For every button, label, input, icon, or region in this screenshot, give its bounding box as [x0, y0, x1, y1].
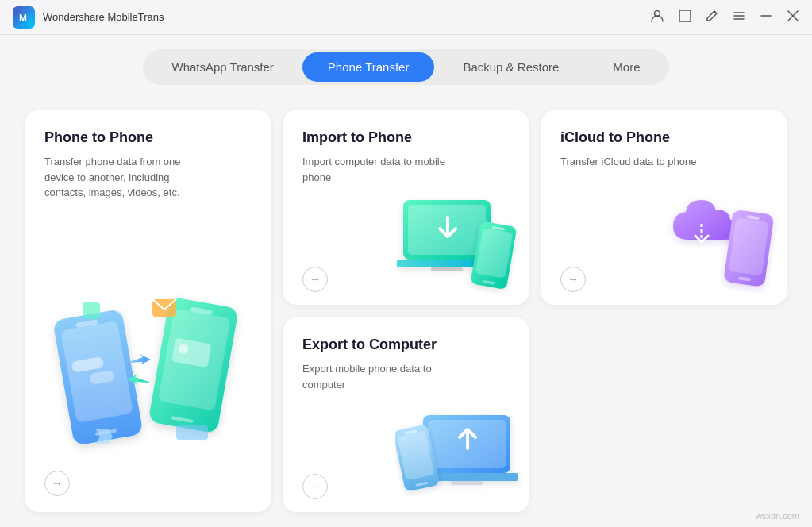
app-title: Wondershare MobileTrans	[43, 11, 164, 23]
tab-whatsapp[interactable]: WhatsApp Transfer	[146, 52, 298, 82]
phone-to-phone-illustration	[41, 290, 248, 464]
edit-icon[interactable]	[706, 10, 718, 25]
svg-rect-31	[431, 267, 463, 271]
card-import-to-phone[interactable]: Import to Phone Import computer data to …	[283, 110, 529, 305]
title-bar: M Wondershare MobileTrans	[0, 0, 812, 35]
app-icon: M	[13, 6, 35, 29]
main-content: Phone to Phone Transfer phone data from …	[0, 98, 812, 527]
card-export-title: Export to Computer	[302, 337, 510, 353]
svg-rect-44	[451, 481, 483, 485]
card-export-arrow[interactable]: →	[302, 474, 328, 499]
card-phone-to-phone-arrow[interactable]: →	[44, 471, 70, 496]
close-icon[interactable]	[787, 10, 799, 25]
card-icloud-to-phone[interactable]: iCloud to Phone Transfer iCloud data to …	[541, 110, 787, 305]
watermark: wsxdn.com	[756, 511, 799, 521]
export-illustration	[395, 399, 522, 506]
card-export-desc: Export mobile phone data to computer	[302, 361, 461, 392]
svg-rect-3	[679, 10, 691, 21]
nav-bar: WhatsApp Transfer Phone Transfer Backup …	[0, 35, 812, 98]
card-icloud-arrow[interactable]: →	[560, 267, 586, 292]
tab-more[interactable]: More	[587, 52, 665, 82]
menu-icon[interactable]	[733, 10, 745, 25]
card-phone-to-phone[interactable]: Phone to Phone Transfer phone data from …	[25, 110, 271, 512]
card-import-desc: Import computer data to mobile phone	[302, 154, 461, 185]
profile-icon[interactable]	[650, 9, 664, 26]
icloud-illustration	[657, 192, 780, 298]
svg-rect-26	[176, 425, 208, 440]
nav-tabs: WhatsApp Transfer Phone Transfer Backup …	[143, 49, 668, 85]
card-phone-to-phone-title: Phone to Phone	[44, 129, 252, 146]
card-export-to-computer[interactable]: Export to Computer Export mobile phone d…	[283, 317, 529, 512]
card-icloud-title: iCloud to Phone	[560, 129, 768, 146]
tab-backup[interactable]: Backup & Restore	[437, 52, 584, 82]
import-illustration	[395, 192, 522, 298]
title-bar-left: M Wondershare MobileTrans	[13, 6, 164, 29]
card-import-arrow[interactable]: →	[302, 267, 328, 292]
svg-text:M: M	[19, 13, 27, 24]
minimize-icon[interactable]	[760, 10, 772, 25]
svg-rect-25	[83, 302, 100, 319]
card-icloud-desc: Transfer iCloud data to phone	[560, 154, 719, 170]
window-controls[interactable]	[650, 9, 799, 26]
window-icon[interactable]	[679, 10, 691, 25]
tab-phone[interactable]: Phone Transfer	[302, 52, 435, 82]
card-phone-to-phone-desc: Transfer phone data from one device to a…	[44, 154, 203, 201]
card-import-title: Import to Phone	[302, 129, 510, 146]
